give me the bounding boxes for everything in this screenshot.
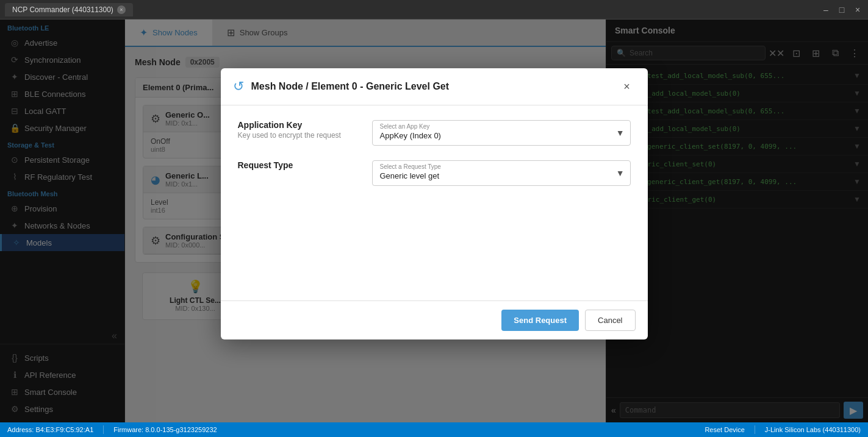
modal-body: Application Key Key used to encrypt the …	[221, 105, 648, 300]
appkey-label-group: Application Key Key used to encrypt the …	[238, 120, 360, 140]
request-type-select-inner[interactable]: Select a Request Type Generic level get	[372, 160, 631, 186]
request-type-floating-label: Select a Request Type	[373, 161, 630, 170]
modal-title: Mesh Node / Element 0 - Generic Level Ge…	[251, 81, 611, 92]
minimize-button[interactable]: –	[820, 4, 831, 15]
appkey-label: Application Key	[238, 120, 360, 130]
status-address: Address: B4:E3:F9:C5:92:A1	[7, 426, 93, 433]
modal-title-icon: ↺	[233, 79, 244, 94]
maximize-button[interactable]: □	[836, 4, 847, 15]
modal-field-request-type: Request Type Select a Request Type Gener…	[238, 160, 631, 186]
modal-close-button[interactable]: ×	[619, 78, 636, 95]
status-right: Reset Device J-Link Silicon Labs (440311…	[705, 425, 861, 434]
appkey-chevron-down-icon: ▼	[616, 128, 625, 138]
title-bar-tab[interactable]: NCP Commander (440311300) ×	[5, 3, 133, 16]
appkey-select-wrapper: Select an App Key AppKey (Index 0) ▼	[372, 120, 631, 146]
appkey-select-floating-label: Select an App Key	[373, 121, 630, 130]
request-type-chevron-down-icon: ▼	[616, 168, 625, 178]
window-controls: – □ ×	[820, 4, 863, 15]
reset-device-button[interactable]: Reset Device	[705, 426, 744, 433]
tab-close-button[interactable]: ×	[117, 5, 126, 14]
status-bar: Address: B4:E3:F9:C5:92:A1 Firmware: 8.0…	[0, 422, 868, 437]
modal-footer: Send Request Cancel	[221, 300, 648, 339]
status-separator	[755, 425, 755, 434]
modal-header: ↺ Mesh Node / Element 0 - Generic Level …	[221, 68, 648, 105]
request-type-label-group: Request Type	[238, 160, 360, 171]
modal-dialog: ↺ Mesh Node / Element 0 - Generic Level …	[221, 68, 648, 339]
tab-label: NCP Commander (440311300)	[12, 5, 113, 14]
request-type-select-container: Select a Request Type Generic level get …	[372, 160, 631, 186]
request-type-select-value: Generic level get	[373, 170, 630, 185]
status-device: J-Link Silicon Labs (440311300)	[765, 426, 861, 433]
request-type-label: Request Type	[238, 160, 360, 170]
close-button[interactable]: ×	[852, 4, 863, 15]
appkey-select-container: Select an App Key AppKey (Index 0) ▼	[372, 120, 631, 146]
send-request-button[interactable]: Send Request	[501, 310, 579, 331]
title-bar: NCP Commander (440311300) × – □ ×	[0, 0, 868, 20]
request-type-select-wrapper: Select a Request Type Generic level get …	[372, 160, 631, 186]
modal-overlay[interactable]: ↺ Mesh Node / Element 0 - Generic Level …	[0, 20, 868, 422]
status-firmware: Firmware: 8.0.0-135-g3123259232	[113, 426, 217, 433]
appkey-select-inner[interactable]: Select an App Key AppKey (Index 0)	[372, 120, 631, 146]
appkey-select-value: AppKey (Index 0)	[373, 130, 630, 145]
status-separator	[103, 425, 104, 434]
cancel-button[interactable]: Cancel	[585, 310, 635, 331]
appkey-description: Key used to encrypt the request	[238, 131, 360, 140]
modal-field-appkey: Application Key Key used to encrypt the …	[238, 120, 631, 146]
